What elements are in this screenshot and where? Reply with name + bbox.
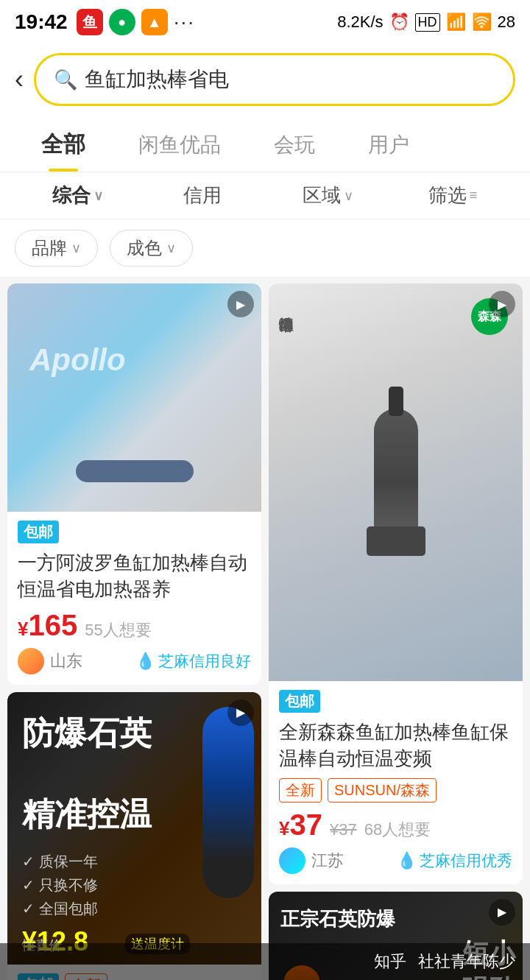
- app-icon-orange: ▲: [141, 9, 168, 35]
- tag-arrow-condition: ∨: [166, 240, 176, 256]
- checks-3: ✓ 质保一年✓ 只换不修✓ 全国包邮: [22, 850, 98, 920]
- product-col-right: 森森 ▶ 喀喀自动恒温棒 包邮 全新森森鱼缸加热棒鱼缸保温棒自动恒温变频 全新 …: [269, 283, 523, 980]
- seller-avatar-1: [18, 648, 44, 674]
- search-input-box[interactable]: 🔍 鱼缸加热棒省电: [34, 53, 515, 106]
- tag-baoyou-1: 包邮: [18, 521, 59, 543]
- product-title-1: 一方阿波罗鱼缸加热棒自动恒温省电加热器养: [18, 549, 251, 603]
- search-bar: ‹ 🔍 鱼缸加热棒省电: [0, 44, 530, 118]
- app-icons: 鱼 ● ▲ ···: [77, 9, 195, 35]
- alarm-icon: ⏰: [389, 13, 409, 32]
- network-speed: 8.2K/s: [337, 13, 383, 32]
- product-image-3: 防爆石英 精准控温 ✓ 质保一年✓ 只换不修✓ 全国包邮 ¥12.8 送温度计 …: [7, 692, 261, 965]
- credit-icon-1: 💧: [135, 652, 155, 671]
- status-icons-right: 8.2K/s ⏰ HD 📶 🛜 28: [337, 13, 515, 32]
- heater-image-3: [202, 707, 254, 898]
- status-time: 19:42: [15, 10, 68, 34]
- play-icon-3: ▶: [227, 699, 254, 726]
- filter-credit[interactable]: 信用: [140, 183, 265, 208]
- product-info-2: 包邮 全新森森鱼缸加热棒鱼缸保温棒自动恒温变频 全新 SUNSUN/森森 ¥37…: [269, 681, 523, 884]
- filter-screen[interactable]: 筛选 ≡: [390, 183, 515, 208]
- play-icon-2: ▶: [489, 291, 515, 317]
- product-price-row-2: ¥37 ¥37 68人想要: [279, 808, 512, 842]
- credit-text-2: 芝麻信用优秀: [420, 850, 512, 871]
- more-dots-icon: ···: [174, 10, 195, 34]
- stone-text-4: 正宗石英防爆: [280, 906, 395, 932]
- tag-quanxin-2: 全新: [279, 778, 322, 803]
- app-icon-green: ●: [109, 9, 135, 35]
- signal-icon: 📶: [446, 13, 466, 32]
- product-price-orig-2: ¥37: [330, 820, 357, 839]
- tab-youpin[interactable]: 闲鱼优品: [112, 119, 247, 171]
- product-card-3[interactable]: 防爆石英 精准控温 ✓ 质保一年✓ 只换不修✓ 全国包邮 ¥12.8 送温度计 …: [7, 692, 261, 980]
- play-icon-4: ▶: [489, 899, 515, 926]
- product-tags-2: 包邮: [279, 690, 512, 713]
- promo-text-3-2: 精准控温: [22, 795, 152, 834]
- seller-location-1: 山东: [50, 650, 82, 672]
- seller-left-2: 江苏: [279, 847, 344, 874]
- product-price-row-1: ¥165 55人想要: [18, 609, 251, 642]
- seller-row-1: 山东 💧 芝麻信用良好: [18, 648, 251, 674]
- back-button[interactable]: ‹: [15, 64, 24, 95]
- seller-location-2: 江苏: [311, 850, 344, 872]
- product-card-1[interactable]: ▶ 包邮 一方阿波罗鱼缸加热棒自动恒温省电加热器养 ¥165 55人想要: [7, 283, 261, 685]
- filter-arrow-2: ∨: [344, 188, 353, 204]
- tags-row: 品牌 ∨ 成色 ∨: [0, 219, 530, 278]
- product-grid: ▶ 包邮 一方阿波罗鱼缸加热棒自动恒温省电加热器养 ¥165 55人想要: [0, 283, 530, 980]
- play-icon-1: ▶: [227, 291, 254, 317]
- bottom-watermark: 知乎 社社青年陈少: [0, 943, 530, 980]
- product-tags-1: 包邮: [18, 521, 251, 543]
- app-icon-taobao: 鱼: [77, 9, 103, 35]
- heater-device-2: [374, 409, 418, 556]
- wifi-icon: 🛜: [472, 13, 492, 32]
- watermark-user: 社社青年陈少: [418, 951, 515, 973]
- filter-comprehensive[interactable]: 综合 ∨: [15, 183, 140, 208]
- search-icon: 🔍: [54, 68, 77, 91]
- seller-avatar-2: [279, 847, 305, 874]
- status-bar: 19:42 鱼 ● ▲ ··· 8.2K/s ⏰ HD 📶 🛜 28: [0, 0, 530, 44]
- product-col-left: ▶ 包邮 一方阿波罗鱼缸加热棒自动恒温省电加热器养 ¥165 55人想要: [7, 283, 261, 980]
- hd-icon: HD: [415, 13, 440, 32]
- filter-row: 综合 ∨ 信用 区域 ∨ 筛选 ≡: [0, 172, 530, 219]
- tag-brand-name-2: SUNSUN/森森: [328, 778, 437, 803]
- credit-icon-2: 💧: [397, 851, 417, 870]
- product-want-2: 68人想要: [364, 819, 431, 841]
- product-title-2: 全新森森鱼缸加热棒鱼缸保温棒自动恒温变频: [279, 719, 512, 772]
- credit-badge-1: 💧 芝麻信用良好: [135, 651, 251, 671]
- seller-left-1: 山东: [18, 648, 82, 674]
- product-card-2[interactable]: 森森 ▶ 喀喀自动恒温棒 包邮 全新森森鱼缸加热棒鱼缸保温棒自动恒温变频 全新 …: [269, 283, 523, 884]
- seller-row-2: 江苏 💧 芝麻信用优秀: [279, 847, 512, 874]
- product-info-1: 包邮 一方阿波罗鱼缸加热棒自动恒温省电加热器养 ¥165 55人想要 山东: [7, 512, 261, 685]
- main-tabs: 全部 闲鱼优品 会玩 用户: [0, 118, 530, 172]
- credit-badge-2: 💧 芝麻信用优秀: [397, 850, 512, 871]
- promo-text-3-1: 防爆石英: [22, 714, 152, 753]
- tag-condition[interactable]: 成色 ∨: [110, 230, 193, 267]
- credit-text-1: 芝麻信用良好: [158, 651, 251, 671]
- filter-arrow-3: ≡: [470, 188, 478, 203]
- filter-region[interactable]: 区域 ∨: [265, 183, 390, 208]
- search-input[interactable]: 鱼缸加热棒省电: [85, 66, 495, 94]
- battery-icon: 28: [498, 13, 515, 32]
- filter-arrow-0: ∨: [93, 188, 103, 204]
- tab-huiwan[interactable]: 会玩: [247, 119, 342, 171]
- tag-baoyou-2: 包邮: [279, 690, 320, 713]
- product-price-2: ¥37: [279, 808, 322, 842]
- product-price-1: ¥165: [18, 609, 77, 642]
- product-image-2: 森森 ▶ 喀喀自动恒温棒: [269, 283, 523, 681]
- tab-user[interactable]: 用户: [342, 119, 436, 171]
- watermark-site: 知乎: [374, 951, 406, 973]
- product-brand-tags-2: 全新 SUNSUN/森森: [279, 778, 512, 803]
- tag-arrow-brand: ∨: [71, 240, 81, 256]
- product-image-1: ▶: [7, 283, 261, 512]
- tab-all[interactable]: 全部: [15, 118, 112, 172]
- product-want-1: 55人想要: [85, 619, 151, 641]
- tag-brand[interactable]: 品牌 ∨: [15, 230, 98, 267]
